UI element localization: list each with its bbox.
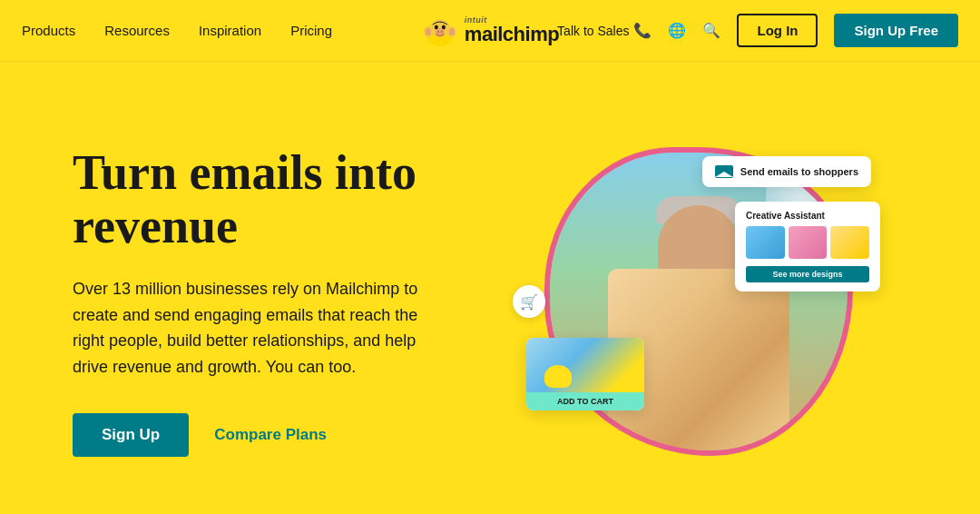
search-icon[interactable]: 🔍 bbox=[702, 22, 720, 39]
hero-buttons: Sign Up Compare Plans bbox=[73, 413, 490, 457]
design-thumb-1 bbox=[746, 226, 785, 259]
navbar: Products Resources Inspiration Pricing bbox=[0, 0, 980, 62]
design-thumbnails bbox=[746, 226, 869, 259]
hero-signup-button[interactable]: Sign Up bbox=[73, 413, 189, 457]
see-more-designs-button[interactable]: See more designs bbox=[746, 266, 869, 282]
creative-assistant-card: Creative Assistant See more designs bbox=[735, 202, 880, 292]
phone-icon: 📞 bbox=[633, 22, 652, 39]
login-button[interactable]: Log In bbox=[737, 14, 818, 47]
talk-to-sales[interactable]: Talk to Sales 📞 bbox=[557, 22, 652, 39]
logo-text: intuit mailchimp bbox=[465, 16, 559, 44]
hero-description: Over 13 million businesses rely on Mailc… bbox=[73, 276, 454, 381]
hero-title: Turn emails into revenue bbox=[73, 146, 490, 254]
nav-right: Talk to Sales 📞 🌐 🔍 Log In Sign Up Free bbox=[557, 14, 958, 47]
logo[interactable]: intuit mailchimp bbox=[421, 12, 559, 50]
mailchimp-logo-icon bbox=[421, 12, 459, 50]
svg-point-5 bbox=[449, 28, 455, 35]
send-email-label: Send emails to shoppers bbox=[740, 166, 858, 177]
talk-to-sales-label: Talk to Sales bbox=[557, 24, 629, 38]
creative-assistant-title: Creative Assistant bbox=[746, 211, 869, 221]
cart-icon-float: 🛒 bbox=[513, 285, 545, 318]
mail-icon bbox=[715, 165, 733, 178]
duck-icon bbox=[544, 365, 572, 388]
svg-point-9 bbox=[437, 30, 439, 32]
nav-item-inspiration[interactable]: Inspiration bbox=[199, 23, 261, 38]
compare-plans-link[interactable]: Compare Plans bbox=[214, 426, 327, 444]
svg-point-4 bbox=[426, 28, 431, 35]
hero-section: Turn emails into revenue Over 13 million… bbox=[0, 62, 980, 514]
send-email-card: Send emails to shoppers bbox=[702, 156, 871, 187]
hero-blob-container: 🛒 ADD TO CART Send emails to shoppers Cr… bbox=[526, 138, 871, 465]
shopping-cart-icon: 🛒 bbox=[520, 293, 538, 311]
svg-point-10 bbox=[441, 30, 443, 32]
nav-item-pricing[interactable]: Pricing bbox=[290, 23, 332, 38]
nav-item-products[interactable]: Products bbox=[22, 23, 75, 38]
signup-free-button[interactable]: Sign Up Free bbox=[834, 14, 958, 47]
globe-icon[interactable]: 🌐 bbox=[668, 22, 686, 39]
add-to-cart-card: ADD TO CART bbox=[526, 338, 644, 410]
hero-content: Turn emails into revenue Over 13 million… bbox=[73, 146, 490, 457]
nav-item-resources[interactable]: Resources bbox=[104, 23, 170, 38]
logo-mailchimp-text: mailchimp bbox=[465, 25, 559, 44]
add-to-cart-button[interactable]: ADD TO CART bbox=[526, 392, 644, 410]
design-thumb-3 bbox=[830, 226, 869, 259]
nav-left: Products Resources Inspiration Pricing bbox=[22, 23, 332, 38]
design-thumb-2 bbox=[789, 226, 828, 259]
cart-product-image bbox=[526, 338, 644, 392]
hero-illustration: 🛒 ADD TO CART Send emails to shoppers Cr… bbox=[490, 89, 907, 514]
